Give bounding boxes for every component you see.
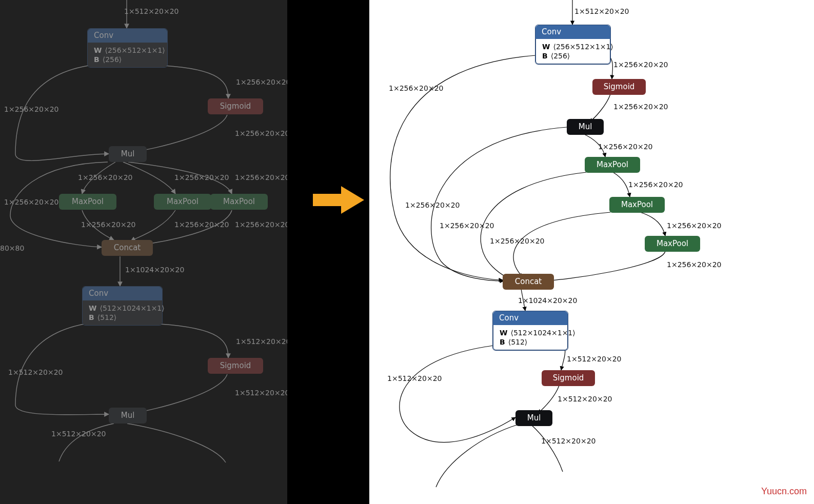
conv-node-header[interactable]: Conv [88,29,167,43]
tensor-shape-label: 1×512×20×20 [558,395,612,403]
edge [131,210,175,241]
edge [127,424,226,462]
param-key: W [89,304,96,312]
edge [531,425,563,472]
tensor-shape-label: 1×256×20×20 [667,221,721,230]
edge [613,172,630,197]
param-value: ⟨512×1024×1×1⟩ [100,304,164,312]
tensor-shape-label: 1×256×20×20 [613,103,668,111]
conv-node-params: W⟨256×512×1×1⟩B⟨256⟩ [535,39,610,64]
maxpool-node[interactable]: MaxPool [645,236,700,252]
conv-node-header[interactable]: Conv [83,287,162,300]
mul-node[interactable]: Mul [567,119,604,135]
maxpool-node[interactable]: MaxPool [585,157,640,173]
tensor-shape-label: 80×80 [0,244,24,252]
transition-arrow-icon [313,185,364,215]
mul-node[interactable]: Mul [109,146,147,162]
concat-node[interactable]: Concat [503,274,554,290]
param-key: B [89,313,94,321]
conv-node[interactable]: ConvW⟨256×512×1×1⟩B⟨256⟩ [87,28,168,68]
mul-node[interactable]: Mul [515,410,552,426]
tensor-shape-label: 1×256×20×20 [174,173,229,182]
tensor-shape-label: 1×256×20×20 [174,220,229,229]
param-value: ⟨256⟩ [551,52,570,60]
tensor-shape-label: 1×256×20×20 [81,220,135,229]
tensor-shape-label: 1×256×20×20 [490,237,544,245]
maxpool-node[interactable]: MaxPool [59,194,116,210]
edge [640,212,665,236]
tensor-shape-label: 1×256×20×20 [235,220,289,229]
tensor-shape-label: 1×256×20×20 [4,105,58,113]
edge [164,66,228,98]
tensor-shape-label: 1×1024×20×20 [518,296,577,305]
edge [538,386,559,413]
tensor-shape-label: 1×512×20×20 [8,368,63,376]
center-divider [287,0,369,504]
tensor-shape-label: 1×256×20×20 [667,260,721,269]
sigmoid-node[interactable]: Sigmoid [542,370,595,386]
edge [132,115,227,152]
sigmoid-node[interactable]: Sigmoid [208,358,263,374]
tensor-shape-label: 1×256×20×20 [628,180,683,189]
tensor-shape-label: 1×256×20×20 [440,221,494,230]
conv-node[interactable]: ConvW⟨512×1024×1×1⟩B⟨512⟩ [82,286,163,326]
param-key: W [500,329,507,337]
param-key: B [542,52,548,60]
tensor-shape-label: 1×256×20×20 [613,61,668,69]
edge [160,324,228,358]
tensor-shape-label: 1×256×20×20 [4,198,58,206]
param-key: B [94,55,100,64]
param-value: ⟨512⟩ [508,338,528,346]
tensor-shape-label: 1×256×20×20 [235,129,289,137]
tensor-shape-label: 1×512×20×20 [387,374,442,382]
conv-node-params: W⟨512×1024×1×1⟩B⟨512⟩ [83,300,162,325]
maxpool-node[interactable]: MaxPool [609,197,665,213]
tensor-shape-label: 1×256×20×20 [78,173,132,182]
edge [400,346,515,442]
param-value: ⟨256⟩ [103,55,122,64]
tensor-shape-label: 1×256×20×20 [236,78,290,86]
edge [540,251,665,281]
tensor-shape-label: 1×512×20×20 [51,430,106,438]
conv-node-header[interactable]: Conv [535,25,610,39]
tensor-shape-label: 1×512×20×20 [541,437,595,445]
tensor-shape-label: 1×256×20×20 [235,173,289,182]
dark-theme-graph: ConvW⟨256×512×1×1⟩B⟨256⟩SigmoidMulMaxPoo… [0,0,287,504]
param-value: ⟨256×512×1×1⟩ [105,46,165,54]
param-value: ⟨512⟩ [97,313,117,321]
edge [589,94,610,122]
tensor-shape-label: 1×256×20×20 [405,201,460,209]
param-key: B [500,338,505,346]
tensor-shape-label: 1×1024×20×20 [125,266,184,274]
edge [132,374,227,413]
tensor-shape-label: 1×512×20×20 [124,7,178,15]
edge [481,172,586,280]
tensor-shape-label: 1×512×20×20 [236,337,290,346]
tensor-shape-label: 1×256×20×20 [389,84,443,92]
param-key: W [94,46,102,54]
tensor-shape-label: 1×512×20×20 [235,389,289,397]
tensor-shape-label: 1×512×20×20 [567,355,621,363]
param-value: ⟨256×512×1×1⟩ [553,43,613,51]
concat-node[interactable]: Concat [102,240,153,256]
tensor-shape-label: 1×256×20×20 [598,143,652,151]
tensor-shape-label: 1×512×20×20 [574,7,629,15]
conv-node[interactable]: ConvW⟨512×1024×1×1⟩B⟨512⟩ [492,311,568,351]
sigmoid-node[interactable]: Sigmoid [592,79,646,95]
svg-marker-0 [313,186,364,214]
edge [436,425,518,487]
conv-node-params: W⟨256×512×1×1⟩B⟨256⟩ [88,43,167,67]
param-key: W [542,43,550,51]
mul-node[interactable]: Mul [109,408,147,424]
conv-node-params: W⟨512×1024×1×1⟩B⟨512⟩ [493,325,568,350]
watermark: Yuucn.com [761,486,807,497]
conv-node[interactable]: ConvW⟨256×512×1×1⟩B⟨256⟩ [535,25,611,65]
sigmoid-node[interactable]: Sigmoid [208,98,263,114]
maxpool-node[interactable]: MaxPool [154,194,211,210]
param-value: ⟨512×1024×1×1⟩ [510,329,575,337]
maxpool-node[interactable]: MaxPool [210,194,268,210]
light-theme-graph: ConvW⟨256×512×1×1⟩B⟨256⟩SigmoidMulMaxPoo… [369,0,814,504]
conv-node-header[interactable]: Conv [493,311,568,325]
